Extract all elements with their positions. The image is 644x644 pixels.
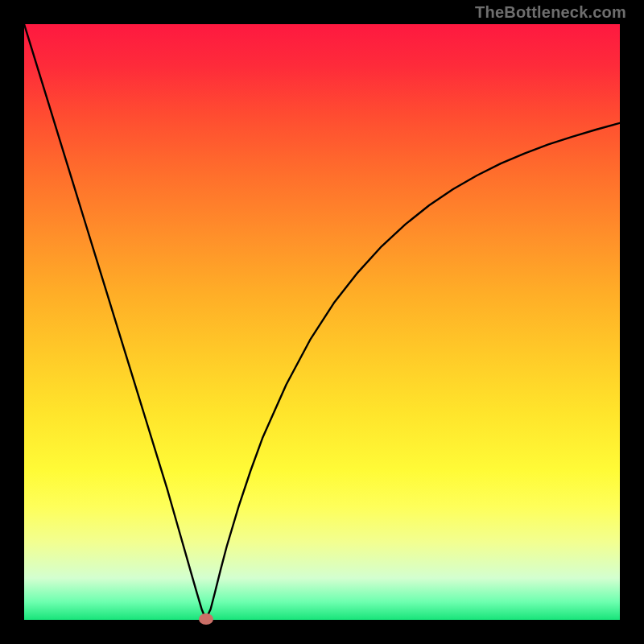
plot-area <box>24 24 620 620</box>
minimum-marker-dot <box>199 613 213 625</box>
chart-frame: TheBottleneck.com <box>0 0 644 644</box>
watermark-label: TheBottleneck.com <box>475 3 626 22</box>
bottleneck-curve <box>24 24 620 620</box>
